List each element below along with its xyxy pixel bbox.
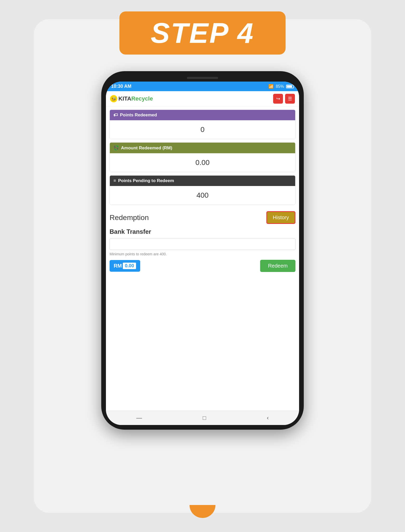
amount-redeemed-card: 💱 Amount Redeemed (RM) 0.00 bbox=[110, 142, 295, 172]
page-wrapper: STEP 4 10:30 AM 📶 85% 🐝 bbox=[34, 19, 371, 513]
rm-label: RM bbox=[114, 263, 122, 269]
wifi-icon: 📶 bbox=[268, 84, 274, 89]
amount-redeemed-value: 0.00 bbox=[110, 153, 295, 172]
phone-notch bbox=[187, 77, 218, 79]
phone-device: 10:30 AM 📶 85% 🐝 KITARecycle bbox=[101, 71, 304, 430]
points-redeemed-icon: 🏷 bbox=[113, 112, 118, 118]
step-banner-text: STEP 4 bbox=[151, 17, 254, 49]
redeem-button[interactable]: Redeem bbox=[260, 260, 295, 272]
battery-fill bbox=[287, 85, 292, 88]
points-pending-value: 400 bbox=[110, 186, 295, 205]
header-buttons: ↪ ☰ bbox=[273, 94, 295, 104]
amount-redeemed-label: Amount Redeemed (RM) bbox=[121, 145, 172, 151]
nav-back-button[interactable]: — bbox=[136, 415, 142, 421]
redemption-title: Redemption bbox=[110, 214, 149, 222]
amount-redeemed-header: 💱 Amount Redeemed (RM) bbox=[110, 143, 295, 153]
points-redeemed-card: 🏷 Points Redeemed 0 bbox=[110, 110, 295, 139]
bank-transfer-title: Bank Transfer bbox=[110, 228, 295, 235]
minimum-note: Minimum points to redeem are 400. bbox=[110, 252, 295, 256]
app-header: 🐝 KITARecycle ↪ ☰ bbox=[106, 91, 299, 107]
redemption-header: Redemption History bbox=[110, 211, 295, 224]
logo-bee-icon: 🐝 bbox=[110, 95, 117, 102]
action-row: RM 0.00 Redeem bbox=[110, 260, 295, 272]
logo-area: 🐝 KITARecycle bbox=[110, 95, 153, 102]
bank-transfer-input[interactable] bbox=[110, 238, 295, 250]
battery-icon bbox=[286, 85, 294, 88]
points-redeemed-value: 0 bbox=[110, 120, 295, 139]
points-pending-icon: ≡ bbox=[113, 178, 116, 183]
screen-content: 🏷 Points Redeemed 0 💱 Amount Redeemed (R… bbox=[106, 107, 299, 411]
phone-navigation: — □ ‹ bbox=[106, 411, 299, 425]
points-pending-header: ≡ Points Pending to Redeem bbox=[110, 176, 295, 186]
status-icons: 📶 85% bbox=[268, 84, 294, 89]
nav-home-button[interactable]: □ bbox=[203, 415, 206, 421]
status-bar: 10:30 AM 📶 85% bbox=[106, 82, 299, 91]
points-pending-card: ≡ Points Pending to Redeem 400 bbox=[110, 175, 295, 205]
points-redeemed-label: Points Redeemed bbox=[120, 112, 157, 118]
redemption-section: Redemption History Bank Transfer Minimum… bbox=[106, 208, 299, 275]
phone-screen: 10:30 AM 📶 85% 🐝 KITARecycle bbox=[106, 82, 299, 425]
step-banner: STEP 4 bbox=[119, 11, 286, 55]
history-button[interactable]: History bbox=[266, 211, 295, 224]
signal-percent: 85% bbox=[276, 84, 284, 89]
points-pending-label: Points Pending to Redeem bbox=[118, 178, 174, 183]
rm-value: 0.00 bbox=[123, 263, 136, 269]
points-redeemed-header: 🏷 Points Redeemed bbox=[110, 110, 295, 120]
logo-text: KITARecycle bbox=[118, 95, 153, 102]
amount-redeemed-icon: 💱 bbox=[113, 145, 119, 151]
logout-button[interactable]: ↪ bbox=[273, 94, 283, 104]
bottom-orange-hint bbox=[190, 505, 215, 518]
nav-recent-button[interactable]: ‹ bbox=[267, 415, 269, 421]
menu-button[interactable]: ☰ bbox=[285, 94, 295, 104]
status-time: 10:30 AM bbox=[111, 84, 131, 89]
rm-badge: RM 0.00 bbox=[110, 260, 140, 272]
